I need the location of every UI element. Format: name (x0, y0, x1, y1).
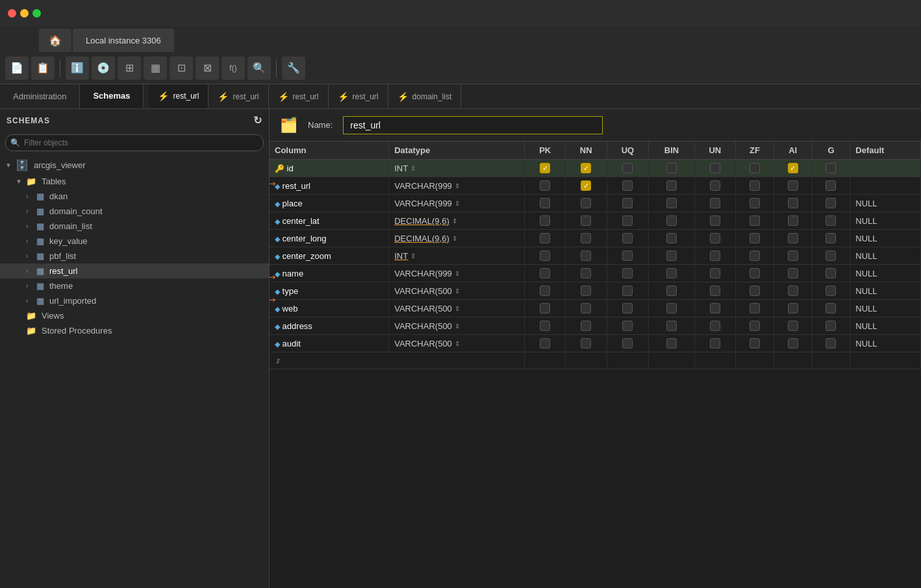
checkbox-cell[interactable] (818, 338, 845, 349)
checkbox-cell[interactable] (700, 338, 731, 349)
checkbox[interactable] (788, 268, 798, 278)
checkbox[interactable] (622, 321, 633, 331)
checkbox[interactable] (788, 321, 798, 331)
col-un-cell[interactable] (694, 247, 736, 265)
checkbox[interactable] (788, 303, 798, 313)
checkbox-cell[interactable] (741, 303, 768, 313)
col-datatype-cell[interactable]: VARCHAR(999⇕ (389, 177, 525, 195)
checkbox[interactable] (826, 251, 836, 261)
checkbox-cell[interactable] (779, 321, 807, 331)
checkbox-cell[interactable]: ✓ (571, 163, 601, 173)
checkbox[interactable] (666, 233, 677, 243)
col-un-cell[interactable] (694, 282, 736, 300)
checkbox-cell[interactable] (779, 198, 807, 208)
table-row[interactable]: ◆ name VARCHAR(999⇕ NULL (270, 265, 921, 282)
checkbox-cell[interactable] (779, 338, 807, 349)
checkbox-cell[interactable] (571, 338, 601, 349)
checkbox[interactable] (750, 180, 760, 191)
checkbox-cell[interactable] (654, 286, 688, 296)
table-row[interactable]: ◆ address VARCHAR(500⇕ NULL (270, 317, 921, 335)
checkbox-cell[interactable] (571, 251, 601, 261)
checkbox[interactable] (540, 233, 550, 243)
col-bin-cell[interactable] (649, 195, 694, 212)
sort-arrows[interactable]: ⇕ (275, 358, 280, 365)
checkbox[interactable] (666, 286, 677, 296)
col-nn-cell[interactable] (565, 212, 607, 230)
sidebar-item-url_imported[interactable]: ›▦url_imported (0, 293, 269, 308)
checkbox-cell[interactable] (530, 251, 559, 261)
col-un-cell[interactable] (694, 195, 736, 212)
col-ai-cell[interactable] (774, 265, 812, 282)
checkbox[interactable] (622, 338, 633, 349)
col-nn-cell[interactable]: ✓ (565, 177, 607, 195)
checkbox-cell[interactable] (654, 198, 688, 208)
query-tab-3[interactable]: ⚡ rest_url (329, 84, 388, 108)
sidebar-item-views[interactable]: 📁Views (0, 308, 269, 323)
checkbox[interactable] (710, 180, 720, 191)
checkbox[interactable] (710, 215, 720, 226)
col-g-cell[interactable] (812, 230, 850, 247)
col-bin-cell[interactable] (649, 300, 694, 317)
checkbox[interactable] (622, 198, 633, 208)
checkbox-cell[interactable] (779, 303, 807, 313)
sidebar-item-stored_procedures[interactable]: 📁Stored Procedures (0, 323, 269, 338)
checkbox[interactable] (750, 163, 760, 173)
checkbox-cell[interactable] (818, 198, 845, 208)
checkbox-cell[interactable] (700, 180, 731, 191)
col-ai-cell[interactable] (774, 177, 812, 195)
checkbox[interactable] (666, 215, 677, 226)
checkbox-cell[interactable] (654, 163, 688, 173)
minimize-button[interactable] (20, 9, 29, 18)
checkbox-cell[interactable] (612, 198, 644, 208)
checkbox-cell[interactable] (700, 303, 731, 313)
checkbox-cell[interactable] (700, 286, 731, 296)
col-un-cell[interactable] (694, 317, 736, 335)
checkbox-cell[interactable] (654, 338, 688, 349)
checkbox-cell[interactable] (741, 215, 768, 226)
checkbox-cell[interactable] (612, 321, 644, 331)
checkbox[interactable] (581, 251, 591, 261)
col-bin-cell[interactable] (649, 212, 694, 230)
table-add-button[interactable]: ⊞ (118, 56, 141, 80)
col-zf-cell[interactable] (736, 282, 774, 300)
checkbox-cell[interactable] (700, 198, 731, 208)
edit-un-cell[interactable] (694, 352, 736, 369)
checkbox[interactable] (826, 215, 836, 226)
col-uq-cell[interactable] (607, 177, 649, 195)
checkbox[interactable] (826, 338, 836, 349)
checkbox-cell[interactable] (779, 180, 807, 191)
checkbox[interactable] (710, 268, 720, 278)
checkbox-cell[interactable] (530, 198, 559, 208)
col-bin-cell[interactable] (649, 282, 694, 300)
col-nn-cell[interactable] (565, 195, 607, 212)
checkbox[interactable] (788, 233, 798, 243)
checkbox-cell[interactable] (612, 163, 644, 173)
col-datatype-cell[interactable]: VARCHAR(999⇕ (389, 195, 525, 212)
checkbox[interactable] (540, 338, 550, 349)
edit-g-cell[interactable] (812, 352, 850, 369)
checkbox[interactable] (622, 303, 633, 313)
col-ai-cell[interactable]: ✓ (774, 160, 812, 177)
checkbox[interactable]: ✓ (788, 163, 798, 173)
checkbox-cell[interactable] (654, 180, 688, 191)
table-row[interactable]: 🔑 id INT⇕ ✓ ✓ ✓ (270, 160, 921, 177)
sort-arrows[interactable]: ⇕ (455, 288, 460, 295)
fullscreen-button[interactable] (32, 9, 41, 18)
col-g-cell[interactable] (812, 317, 850, 335)
col-un-cell[interactable] (694, 300, 736, 317)
checkbox-cell[interactable] (700, 215, 731, 226)
table-name-input[interactable] (343, 116, 603, 134)
col-nn-cell[interactable] (565, 265, 607, 282)
checkbox[interactable] (622, 268, 633, 278)
table-row[interactable]: ◆ center_zoom INT⇕ NULL (270, 247, 921, 265)
checkbox[interactable] (666, 198, 677, 208)
checkbox-cell[interactable] (654, 321, 688, 331)
col-pk-cell[interactable] (525, 335, 565, 352)
col-uq-cell[interactable] (607, 265, 649, 282)
col-ai-cell[interactable] (774, 212, 812, 230)
checkbox[interactable] (540, 180, 550, 191)
checkbox-cell[interactable] (571, 215, 601, 226)
col-bin-cell[interactable] (649, 335, 694, 352)
open-file-button[interactable]: 📋 (31, 56, 55, 80)
sidebar-item-rest_url[interactable]: ›▦rest_url (0, 263, 269, 278)
